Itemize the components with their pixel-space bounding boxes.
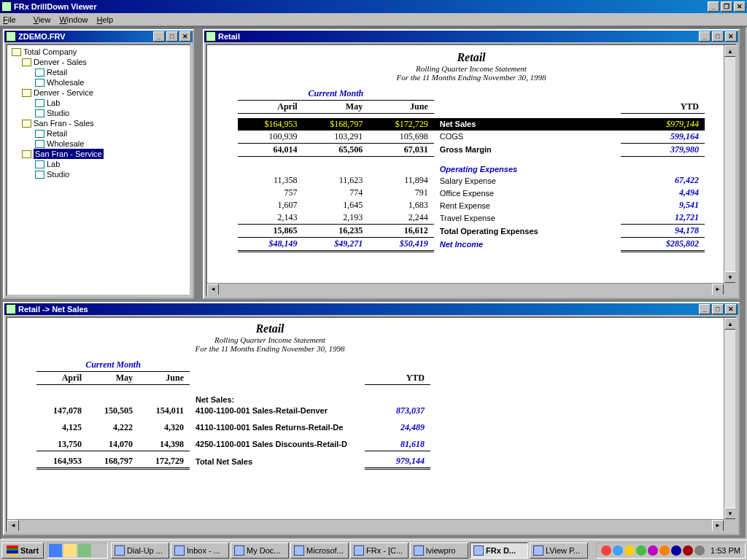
tray-icon[interactable]: [613, 545, 623, 556]
scroll-left-icon[interactable]: ◄: [7, 520, 19, 532]
maximize-button[interactable]: □: [166, 31, 178, 42]
scroll-right-icon[interactable]: ►: [712, 520, 724, 532]
scroll-down-icon[interactable]: ▼: [724, 508, 736, 519]
app-icon: [294, 545, 304, 556]
taskbar-item[interactable]: lviewpro: [410, 542, 468, 559]
page-icon: [35, 171, 44, 179]
row-net-sales[interactable]: $164,953 $168,797 $172,729 Net Sales $97…: [238, 118, 705, 131]
drilldown-window-titlebar[interactable]: Retail -> Net Sales _ □ ✕: [4, 303, 738, 315]
app-titlebar: FRx DrillDown Viewer _ ❐ ✕: [0, 0, 747, 13]
taskbar-item[interactable]: Inbox - ...: [171, 542, 229, 559]
scroll-right-icon[interactable]: ►: [712, 284, 724, 295]
tree-window-titlebar[interactable]: ZDEMO.FRV _ □ ✕: [4, 31, 193, 42]
taskbar-item[interactable]: LView P...: [530, 542, 588, 559]
tree-node[interactable]: San Fran - Sales: [9, 118, 188, 128]
taskbar-item[interactable]: Microsof...: [290, 542, 349, 559]
minimize-button[interactable]: _: [153, 31, 165, 42]
minimize-button[interactable]: _: [699, 31, 711, 42]
folder-icon: [22, 120, 31, 128]
row-office[interactable]: 757774791Office Expense4,494: [238, 187, 705, 199]
report-subtitle: Rolling Quarter Income Statement: [222, 64, 721, 73]
current-month-header: Current Month: [238, 88, 434, 101]
menu-file[interactable]: File: [3, 15, 25, 24]
tray-icon[interactable]: [683, 545, 693, 556]
tree-node[interactable]: Retail: [9, 67, 188, 77]
tray-icon[interactable]: [636, 545, 646, 556]
tree-node[interactable]: Studio: [9, 169, 188, 179]
minimize-button[interactable]: _: [699, 304, 711, 314]
scroll-up-icon[interactable]: ▲: [724, 45, 736, 57]
close-button[interactable]: ✕: [179, 31, 191, 42]
drill-row-total[interactable]: 164,953168,797172,729Total Net Sales979,…: [36, 455, 430, 469]
quicklaunch-icon[interactable]: [78, 544, 91, 557]
close-button[interactable]: ✕: [734, 1, 746, 12]
restore-button[interactable]: ❐: [721, 1, 732, 12]
clock[interactable]: 1:53 PM: [711, 546, 740, 555]
drill-row[interactable]: 147,078150,505154,0114100-1100-001 Sales…: [36, 405, 430, 417]
menu-help[interactable]: Help: [97, 15, 114, 24]
quicklaunch-icon[interactable]: [63, 544, 77, 557]
col-april: April: [238, 101, 303, 114]
report-title: Retail: [36, 322, 503, 335]
tray-icon[interactable]: [624, 545, 635, 556]
tree-node[interactable]: Wholesale: [9, 139, 188, 149]
retail-window-title: Retail: [218, 32, 240, 41]
retail-window-titlebar[interactable]: Retail _ □ ✕: [204, 31, 738, 42]
horizontal-scrollbar[interactable]: ◄►: [207, 283, 724, 295]
tree-node[interactable]: Denver - Sales: [9, 57, 188, 67]
maximize-button[interactable]: □: [712, 304, 724, 314]
tree-view[interactable]: Total Company Denver - Sales Retail Whol…: [7, 45, 190, 181]
tray-icon[interactable]: [671, 545, 681, 556]
tree-node[interactable]: Retail: [9, 128, 188, 139]
vertical-scrollbar[interactable]: ▲▼: [724, 318, 735, 519]
tree-node-selected[interactable]: San Fran - Service: [9, 149, 188, 159]
taskbar-item-active[interactable]: FRx D...: [470, 542, 528, 559]
maximize-button[interactable]: □: [712, 31, 724, 42]
row-total-opex[interactable]: 15,86516,23516,612Total Operating Expens…: [238, 225, 705, 238]
row-travel[interactable]: 2,1432,1932,244Travel Expense12,721: [238, 211, 705, 225]
scroll-left-icon[interactable]: ◄: [207, 284, 219, 295]
report-title: Retail: [222, 51, 721, 64]
drilldown-report: Retail Rolling Quarter Income Statement …: [7, 318, 735, 484]
tree-node[interactable]: Lab: [9, 159, 188, 169]
drill-row[interactable]: 4,1254,2224,3204110-1100-001 Sales Retur…: [36, 421, 430, 434]
tree-node-root[interactable]: Total Company: [9, 47, 188, 57]
folder-icon: [12, 48, 21, 56]
menu-view[interactable]: View: [34, 15, 51, 24]
app-icon: [234, 545, 244, 556]
row-gross-margin[interactable]: 64,014 65,506 67,031 Gross Margin 379,98…: [238, 143, 705, 156]
close-button[interactable]: ✕: [725, 304, 737, 314]
minimize-button[interactable]: _: [708, 1, 719, 12]
horizontal-scrollbar[interactable]: ◄►: [7, 519, 724, 531]
row-salary[interactable]: 11,35811,62311,894Salary Expense67,422: [238, 174, 705, 187]
row-rent[interactable]: 1,6071,6451,683Rent Expense9,541: [238, 199, 705, 211]
tree-node[interactable]: Lab: [9, 98, 188, 108]
tray-icon[interactable]: [601, 545, 611, 556]
tree-node[interactable]: Denver - Service: [9, 88, 188, 98]
folder-icon: [22, 150, 31, 158]
start-button[interactable]: Start: [1, 542, 44, 559]
quicklaunch-icon[interactable]: [93, 544, 106, 557]
quicklaunch-icon[interactable]: [49, 544, 62, 557]
tree-node[interactable]: Wholesale: [9, 77, 188, 88]
taskbar-item[interactable]: FRx - [C...: [350, 542, 409, 559]
menu-window[interactable]: Window: [59, 15, 88, 24]
scroll-down-icon[interactable]: ▼: [724, 271, 736, 283]
drill-row[interactable]: 13,75014,07014,3984250-1100-001 Sales Di…: [36, 438, 430, 451]
tray-icon[interactable]: [648, 545, 658, 556]
page-icon: [35, 140, 44, 148]
vertical-scrollbar[interactable]: ▲▼: [724, 45, 735, 283]
tray-icon[interactable]: [694, 545, 705, 556]
row-cogs[interactable]: 100,939 103,291 105,698 COGS 599,164: [238, 131, 705, 144]
app-icon: [174, 545, 185, 556]
taskbar-item[interactable]: My Doc...: [231, 542, 289, 559]
tree-node[interactable]: Studio: [9, 108, 188, 118]
col-ytd: YTD: [621, 101, 705, 114]
taskbar-item[interactable]: Dial-Up ...: [111, 542, 169, 559]
row-net-income[interactable]: $48,149$49,271$50,419Net Income$285,802: [238, 238, 705, 252]
system-tray[interactable]: 1:53 PM: [596, 542, 746, 559]
scroll-up-icon[interactable]: ▲: [724, 318, 736, 330]
folder-icon: [22, 58, 31, 66]
close-button[interactable]: ✕: [725, 31, 737, 42]
tray-icon[interactable]: [659, 545, 670, 556]
